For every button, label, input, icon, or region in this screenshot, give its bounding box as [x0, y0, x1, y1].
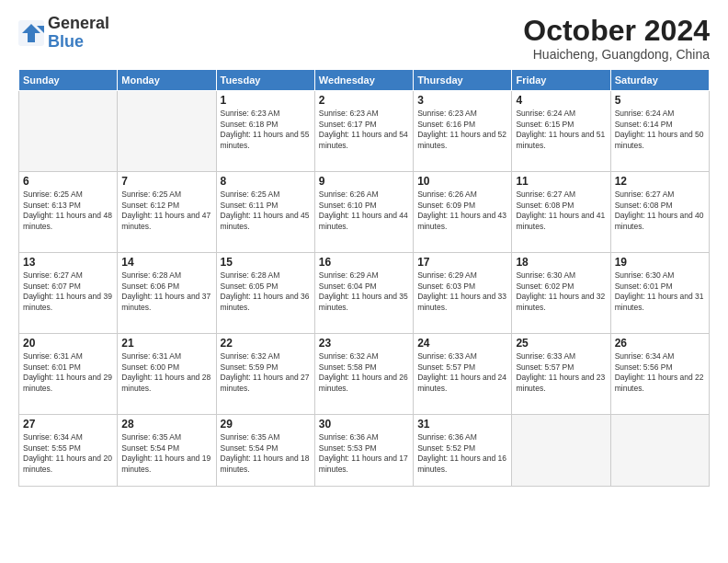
- cell-info: Sunrise: 6:27 AM Sunset: 6:08 PM Dayligh…: [516, 190, 606, 232]
- calendar-cell: 7Sunrise: 6:25 AM Sunset: 6:12 PM Daylig…: [118, 172, 216, 253]
- logo-general-text: General: [48, 15, 109, 33]
- title-block: October 2024 Huaicheng, Guangdong, China: [523, 15, 710, 62]
- cell-info: Sunrise: 6:30 AM Sunset: 6:01 PM Dayligh…: [615, 270, 705, 313]
- calendar-cell: 22Sunrise: 6:32 AM Sunset: 5:59 PM Dayli…: [216, 334, 314, 415]
- day-number: 20: [23, 337, 113, 350]
- cell-info: Sunrise: 6:29 AM Sunset: 6:03 PM Dayligh…: [417, 270, 507, 313]
- week-row-3: 13Sunrise: 6:27 AM Sunset: 6:07 PM Dayli…: [19, 253, 710, 334]
- cell-info: Sunrise: 6:35 AM Sunset: 5:54 PM Dayligh…: [121, 432, 211, 475]
- month-title: October 2024: [523, 15, 710, 47]
- logo: General Blue: [18, 15, 109, 52]
- day-number: 19: [615, 256, 705, 269]
- day-number: 1: [221, 94, 311, 107]
- location: Huaicheng, Guangdong, China: [523, 47, 710, 62]
- cell-info: Sunrise: 6:23 AM Sunset: 6:16 PM Dayligh…: [417, 109, 507, 151]
- day-number: 2: [319, 94, 409, 107]
- day-number: 15: [221, 256, 311, 269]
- day-number: 22: [221, 337, 311, 350]
- day-number: 30: [319, 418, 409, 431]
- calendar-cell: 29Sunrise: 6:35 AM Sunset: 5:54 PM Dayli…: [216, 415, 314, 487]
- cell-info: Sunrise: 6:26 AM Sunset: 6:09 PM Dayligh…: [417, 190, 507, 232]
- day-number: 26: [615, 337, 705, 350]
- cell-info: Sunrise: 6:33 AM Sunset: 5:57 PM Dayligh…: [516, 351, 606, 394]
- calendar-cell: 16Sunrise: 6:29 AM Sunset: 6:04 PM Dayli…: [314, 253, 413, 334]
- cell-info: Sunrise: 6:25 AM Sunset: 6:13 PM Dayligh…: [23, 190, 113, 232]
- day-number: 7: [121, 175, 211, 188]
- calendar-cell: 10Sunrise: 6:26 AM Sunset: 6:09 PM Dayli…: [414, 172, 512, 253]
- cell-info: Sunrise: 6:27 AM Sunset: 6:07 PM Dayligh…: [23, 270, 113, 313]
- cell-info: Sunrise: 6:36 AM Sunset: 5:53 PM Dayligh…: [319, 432, 409, 475]
- cell-info: Sunrise: 6:24 AM Sunset: 6:15 PM Dayligh…: [516, 109, 606, 151]
- calendar: Sunday Monday Tuesday Wednesday Thursday…: [18, 69, 710, 487]
- calendar-cell: 17Sunrise: 6:29 AM Sunset: 6:03 PM Dayli…: [414, 253, 512, 334]
- cell-info: Sunrise: 6:34 AM Sunset: 5:56 PM Dayligh…: [615, 351, 705, 394]
- calendar-cell: 1Sunrise: 6:23 AM Sunset: 6:18 PM Daylig…: [216, 91, 314, 172]
- cell-info: Sunrise: 6:31 AM Sunset: 6:00 PM Dayligh…: [121, 351, 211, 394]
- day-number: 11: [516, 175, 606, 188]
- day-number: 14: [121, 256, 211, 269]
- cell-info: Sunrise: 6:31 AM Sunset: 6:01 PM Dayligh…: [23, 351, 113, 394]
- header-monday: Monday: [118, 70, 216, 91]
- day-number: 3: [417, 94, 507, 107]
- calendar-cell: [19, 91, 118, 172]
- cell-info: Sunrise: 6:29 AM Sunset: 6:04 PM Dayligh…: [319, 270, 409, 313]
- cell-info: Sunrise: 6:27 AM Sunset: 6:08 PM Dayligh…: [615, 190, 705, 232]
- cell-info: Sunrise: 6:28 AM Sunset: 6:06 PM Dayligh…: [121, 270, 211, 313]
- cell-info: Sunrise: 6:32 AM Sunset: 5:58 PM Dayligh…: [319, 351, 409, 394]
- day-number: 16: [319, 256, 409, 269]
- week-row-5: 27Sunrise: 6:34 AM Sunset: 5:55 PM Dayli…: [19, 415, 710, 487]
- calendar-cell: 21Sunrise: 6:31 AM Sunset: 6:00 PM Dayli…: [118, 334, 216, 415]
- calendar-cell: 27Sunrise: 6:34 AM Sunset: 5:55 PM Dayli…: [19, 415, 118, 487]
- day-number: 23: [319, 337, 409, 350]
- week-row-1: 1Sunrise: 6:23 AM Sunset: 6:18 PM Daylig…: [19, 91, 710, 172]
- day-number: 28: [121, 418, 211, 431]
- day-number: 13: [23, 256, 113, 269]
- day-number: 9: [319, 175, 409, 188]
- cell-info: Sunrise: 6:25 AM Sunset: 6:12 PM Dayligh…: [121, 190, 211, 232]
- cell-info: Sunrise: 6:36 AM Sunset: 5:52 PM Dayligh…: [417, 432, 507, 475]
- day-number: 10: [417, 175, 507, 188]
- header-saturday: Saturday: [610, 70, 709, 91]
- day-number: 29: [221, 418, 311, 431]
- calendar-cell: 19Sunrise: 6:30 AM Sunset: 6:01 PM Dayli…: [610, 253, 709, 334]
- calendar-cell: 2Sunrise: 6:23 AM Sunset: 6:17 PM Daylig…: [314, 91, 413, 172]
- calendar-cell: 3Sunrise: 6:23 AM Sunset: 6:16 PM Daylig…: [414, 91, 512, 172]
- cell-info: Sunrise: 6:28 AM Sunset: 6:05 PM Dayligh…: [221, 270, 311, 313]
- week-row-2: 6Sunrise: 6:25 AM Sunset: 6:13 PM Daylig…: [19, 172, 710, 253]
- calendar-cell: 31Sunrise: 6:36 AM Sunset: 5:52 PM Dayli…: [414, 415, 512, 487]
- calendar-cell: 5Sunrise: 6:24 AM Sunset: 6:14 PM Daylig…: [610, 91, 709, 172]
- header-sunday: Sunday: [19, 70, 118, 91]
- cell-info: Sunrise: 6:35 AM Sunset: 5:54 PM Dayligh…: [221, 432, 311, 475]
- week-row-4: 20Sunrise: 6:31 AM Sunset: 6:01 PM Dayli…: [19, 334, 710, 415]
- cell-info: Sunrise: 6:34 AM Sunset: 5:55 PM Dayligh…: [23, 432, 113, 475]
- calendar-cell: 8Sunrise: 6:25 AM Sunset: 6:11 PM Daylig…: [216, 172, 314, 253]
- calendar-cell: 18Sunrise: 6:30 AM Sunset: 6:02 PM Dayli…: [512, 253, 610, 334]
- calendar-cell: 26Sunrise: 6:34 AM Sunset: 5:56 PM Dayli…: [610, 334, 709, 415]
- calendar-cell: 9Sunrise: 6:26 AM Sunset: 6:10 PM Daylig…: [314, 172, 413, 253]
- calendar-cell: 11Sunrise: 6:27 AM Sunset: 6:08 PM Dayli…: [512, 172, 610, 253]
- cell-info: Sunrise: 6:32 AM Sunset: 5:59 PM Dayligh…: [221, 351, 311, 394]
- calendar-cell: 24Sunrise: 6:33 AM Sunset: 5:57 PM Dayli…: [414, 334, 512, 415]
- day-number: 25: [516, 337, 606, 350]
- calendar-cell: 14Sunrise: 6:28 AM Sunset: 6:06 PM Dayli…: [118, 253, 216, 334]
- calendar-header-row: Sunday Monday Tuesday Wednesday Thursday…: [19, 70, 710, 91]
- calendar-cell: 6Sunrise: 6:25 AM Sunset: 6:13 PM Daylig…: [19, 172, 118, 253]
- calendar-cell: [512, 415, 610, 487]
- day-number: 24: [417, 337, 507, 350]
- calendar-cell: 15Sunrise: 6:28 AM Sunset: 6:05 PM Dayli…: [216, 253, 314, 334]
- day-number: 27: [23, 418, 113, 431]
- header-thursday: Thursday: [414, 70, 512, 91]
- cell-info: Sunrise: 6:23 AM Sunset: 6:18 PM Dayligh…: [221, 109, 311, 151]
- day-number: 18: [516, 256, 606, 269]
- cell-info: Sunrise: 6:26 AM Sunset: 6:10 PM Dayligh…: [319, 190, 409, 232]
- day-number: 31: [417, 418, 507, 431]
- logo-blue-text: Blue: [48, 33, 109, 52]
- day-number: 21: [121, 337, 211, 350]
- day-number: 17: [417, 256, 507, 269]
- cell-info: Sunrise: 6:25 AM Sunset: 6:11 PM Dayligh…: [221, 190, 311, 232]
- header-tuesday: Tuesday: [216, 70, 314, 91]
- cell-info: Sunrise: 6:24 AM Sunset: 6:14 PM Dayligh…: [615, 109, 705, 151]
- cell-info: Sunrise: 6:23 AM Sunset: 6:17 PM Dayligh…: [319, 109, 409, 151]
- calendar-cell: 23Sunrise: 6:32 AM Sunset: 5:58 PM Dayli…: [314, 334, 413, 415]
- calendar-cell: 13Sunrise: 6:27 AM Sunset: 6:07 PM Dayli…: [19, 253, 118, 334]
